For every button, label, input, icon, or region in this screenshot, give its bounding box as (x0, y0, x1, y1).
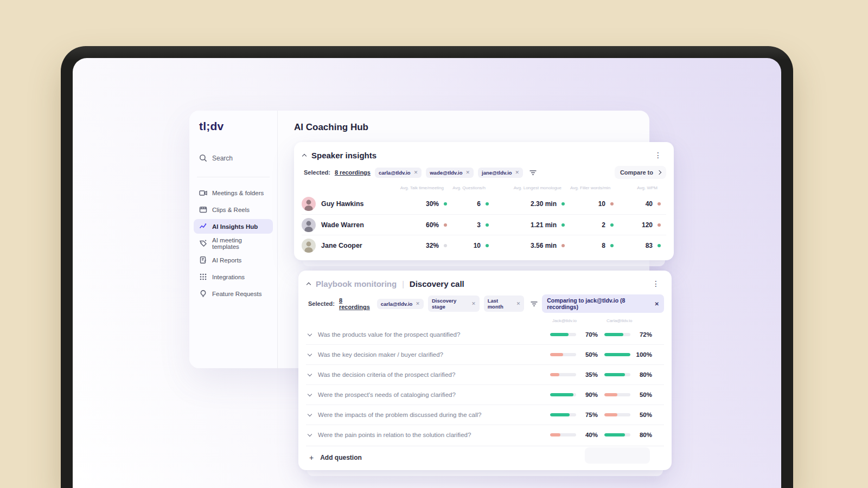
question-row[interactable]: Were the pain points in relation to the … (306, 425, 664, 445)
status-dot (658, 202, 661, 206)
progress-bar (604, 433, 630, 436)
metric-value: 2 (602, 221, 605, 229)
question-text: Were the prospect's needs of cataloging … (318, 391, 456, 398)
sidebar-item-meetings-folders[interactable]: Meetings & folders (194, 185, 273, 200)
filter-chip-carla[interactable]: carla@tldv.io ✕ (375, 168, 422, 178)
recordings-link[interactable]: 8 recordings (339, 297, 373, 310)
filter-icon[interactable] (529, 170, 537, 176)
playbook-questions: Was the products value for the prospect … (298, 323, 672, 445)
percent-value: 70% (579, 331, 598, 338)
expand-chevron-icon[interactable] (308, 331, 312, 336)
title-separator: | (402, 280, 404, 288)
collapse-chevron-icon[interactable] (307, 282, 311, 287)
metric-value: 1.21 min (531, 221, 557, 229)
selected-label: Selected: (308, 300, 335, 307)
tag-sparkle-icon (199, 239, 207, 247)
chip-label: wade@tldv.io (430, 170, 462, 176)
metric-value: 10 (474, 242, 481, 249)
expand-chevron-icon[interactable] (308, 352, 312, 356)
percent-value: 72% (634, 331, 652, 338)
table-row-guy-hawkins[interactable]: Guy Hawkins 30% 6 2.30 min 10 40 (302, 194, 666, 214)
stacked-card-edge (303, 260, 665, 266)
filter-chip-jane[interactable]: jane@tldv.io ✕ (478, 168, 523, 178)
status-dot (610, 202, 614, 206)
question-row[interactable]: Was the key decision maker / buyer clari… (306, 344, 664, 364)
sidebar-item-label: AI Reports (212, 257, 241, 264)
question-row[interactable]: Was the products value for the prospect … (306, 324, 664, 344)
progress-bar (550, 413, 576, 416)
compare-to-button[interactable]: Compare to (615, 166, 666, 179)
grid-dots-icon (199, 273, 207, 281)
remove-chip-icon[interactable]: ✕ (516, 301, 521, 306)
sidebar-item-clips-reels[interactable]: Clips & Reels (194, 202, 273, 217)
kebab-menu-icon[interactable]: ⋮ (651, 153, 665, 158)
chip-label: Discovery stage (432, 298, 468, 310)
remove-chip-icon[interactable]: ✕ (416, 301, 420, 306)
filter-chip-last-month[interactable]: Last month ✕ (484, 296, 525, 312)
progress-bar (550, 433, 576, 436)
kebab-menu-icon[interactable]: ⋮ (649, 281, 663, 286)
chip-label: carla@tldv.io (381, 301, 413, 307)
status-dot (486, 223, 489, 227)
sidebar-item-integrations[interactable]: Integrations (194, 269, 273, 284)
column-header: Avg. Talk time/meeting (400, 185, 452, 190)
column-header: Avg. Longest monologue (494, 185, 570, 190)
speaker-table: Guy Hawkins 30% 6 2.30 min 10 40 (294, 190, 674, 255)
speaker-name: Wade Warren (321, 221, 364, 229)
expand-chevron-icon[interactable] (308, 392, 312, 396)
sidebar-item-ai-reports[interactable]: AI Reports (194, 253, 273, 267)
recordings-link[interactable]: 8 recordings (335, 169, 371, 176)
sidebar-nav: Meetings & folders Clips & Reels (194, 185, 273, 303)
chip-label: Last month (488, 298, 513, 310)
progress-bar (604, 333, 630, 336)
sidebar-item-ai-insights-hub[interactable]: AI Insights Hub (194, 219, 273, 234)
comparing-chip[interactable]: Comparing to jack@tldv.io (8 recordings)… (542, 294, 664, 313)
remove-chip-icon[interactable]: ✕ (471, 301, 476, 306)
status-dot (658, 223, 661, 227)
column-header-jack: Jack@tldv.io (550, 318, 598, 323)
table-row-wade-warren[interactable]: Wade Warren 60% 3 1.21 min 2 120 (302, 214, 666, 235)
footer-ghost-highlight (585, 447, 650, 464)
expand-chevron-icon[interactable] (308, 372, 312, 376)
status-dot (561, 223, 565, 227)
question-text: Were the pain points in relation to the … (318, 432, 471, 438)
video-camera-icon (199, 189, 207, 197)
report-document-icon (199, 256, 207, 264)
question-row[interactable]: Were the prospect's needs of cataloging … (306, 384, 664, 404)
speaker-insights-panel: Speaker insights ⋮ Selected: 8 recording… (294, 142, 674, 260)
question-row[interactable]: Were the impacts of the problem discusse… (306, 404, 664, 425)
metric-value: 120 (642, 221, 653, 229)
remove-chip-icon[interactable]: ✕ (515, 170, 520, 175)
sidebar-item-feature-requests[interactable]: Feature Requests (194, 286, 273, 301)
filter-chip-carla[interactable]: carla@tldv.io ✕ (377, 299, 424, 309)
filter-icon[interactable] (531, 301, 538, 307)
expand-chevron-icon[interactable] (308, 432, 312, 436)
expand-chevron-icon[interactable] (308, 412, 312, 416)
table-row-jane-cooper[interactable]: Jane Cooper 32% 10 3.56 min 8 83 (302, 235, 666, 255)
search-button[interactable]: Search (199, 154, 233, 162)
remove-comparing-icon[interactable]: ✕ (655, 301, 659, 307)
metric-value: 60% (426, 221, 439, 229)
question-row[interactable]: Was the decision criteria of the prospec… (306, 364, 664, 384)
playbook-title: Discovery call (410, 279, 464, 288)
status-dot (444, 244, 447, 247)
percent-value: 50% (634, 412, 652, 418)
percent-value: 80% (634, 371, 652, 378)
film-clapper-icon (199, 206, 207, 214)
filter-chip-wade[interactable]: wade@tldv.io ✕ (426, 168, 474, 178)
speaker-name: Guy Hawkins (321, 200, 364, 208)
add-question-label: Add question (320, 454, 362, 461)
insights-sparkline-icon (199, 222, 207, 230)
remove-chip-icon[interactable]: ✕ (414, 170, 418, 175)
filter-chip-discovery-stage[interactable]: Discovery stage ✕ (428, 296, 480, 312)
remove-chip-icon[interactable]: ✕ (466, 170, 470, 175)
percent-value: 50% (634, 391, 652, 398)
sidebar-item-label: AI meeting templates (212, 237, 267, 250)
collapse-chevron-icon[interactable] (302, 154, 307, 158)
sidebar-item-label: AI Insights Hub (212, 223, 258, 230)
laptop-frame: tl;dv Search (61, 46, 793, 488)
status-dot (610, 244, 614, 247)
sidebar-item-ai-meeting-templates[interactable]: AI meeting templates (194, 236, 273, 251)
comparing-chip-label: Comparing to jack@tldv.io (8 recordings) (547, 297, 650, 310)
sidebar: tl;dv Search (189, 111, 278, 368)
